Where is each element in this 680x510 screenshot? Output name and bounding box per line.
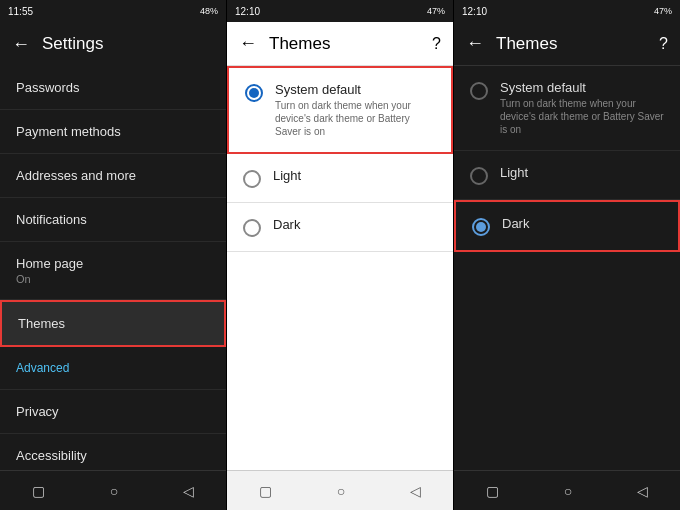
mid-status-bar: 12:10 47% — [227, 0, 453, 22]
right-theme-name-system: System default — [500, 80, 664, 95]
mid-theme-dark[interactable]: Dark — [227, 203, 453, 252]
mid-theme-text-dark: Dark — [273, 217, 300, 232]
settings-list: Passwords Payment methods Addresses and … — [0, 66, 226, 470]
mid-radio-light — [243, 170, 261, 188]
mid-theme-system-default[interactable]: System default Turn on dark theme when y… — [227, 66, 453, 154]
mid-top-bar: ← Themes ? — [227, 22, 453, 66]
nav-triangle[interactable]: ◁ — [175, 475, 202, 507]
item-label: Themes — [18, 316, 208, 331]
mid-nav-bar: ▢ ○ ◁ — [227, 470, 453, 510]
nav-circle[interactable]: ○ — [102, 475, 126, 507]
left-top-bar: ← Settings — [0, 22, 226, 66]
item-label: Home page — [16, 256, 210, 271]
mid-help-icon[interactable]: ? — [432, 35, 441, 53]
right-theme-desc-system: Turn on dark theme when your device's da… — [500, 97, 664, 136]
right-theme-name-light: Light — [500, 165, 528, 180]
mid-title: Themes — [269, 34, 432, 54]
left-panel: 11:55 48% ← Settings Passwords Payment m… — [0, 0, 226, 510]
right-help-icon[interactable]: ? — [659, 35, 668, 53]
list-item-notifications[interactable]: Notifications — [0, 198, 226, 242]
right-radio-dark — [472, 218, 490, 236]
mid-theme-name-dark: Dark — [273, 217, 300, 232]
mid-nav-square[interactable]: ▢ — [251, 475, 280, 507]
nav-square[interactable]: ▢ — [24, 475, 53, 507]
mid-radio-dark — [243, 219, 261, 237]
right-themes-list: System default Turn on dark theme when y… — [454, 66, 680, 470]
mid-radio-inner-system — [249, 88, 259, 98]
right-panel: 12:10 47% ← Themes ? System default Turn… — [453, 0, 680, 510]
right-battery: 47% — [654, 6, 672, 16]
right-nav-circle[interactable]: ○ — [556, 475, 580, 507]
list-item-payment[interactable]: Payment methods — [0, 110, 226, 154]
right-top-bar: ← Themes ? — [454, 22, 680, 66]
item-sub: On — [16, 273, 210, 285]
item-label: Accessibility — [16, 448, 210, 463]
mid-panel: 12:10 47% ← Themes ? System default Turn… — [226, 0, 453, 510]
mid-theme-light[interactable]: Light — [227, 154, 453, 203]
right-theme-text-light: Light — [500, 165, 528, 180]
right-status-bar: 12:10 47% — [454, 0, 680, 22]
right-radio-system — [470, 82, 488, 100]
mid-nav-triangle[interactable]: ◁ — [402, 475, 429, 507]
list-item-passwords[interactable]: Passwords — [0, 66, 226, 110]
list-item-themes[interactable]: Themes — [0, 300, 226, 347]
left-time: 11:55 — [8, 6, 33, 17]
mid-theme-name-light: Light — [273, 168, 301, 183]
mid-theme-name-system: System default — [275, 82, 435, 97]
right-theme-name-dark: Dark — [502, 216, 529, 231]
right-title: Themes — [496, 34, 659, 54]
item-label: Addresses and more — [16, 168, 210, 183]
item-label: Payment methods — [16, 124, 210, 139]
mid-theme-desc-system: Turn on dark theme when your device's da… — [275, 99, 435, 138]
left-status-bar: 11:55 48% — [0, 0, 226, 22]
right-theme-system-default[interactable]: System default Turn on dark theme when y… — [454, 66, 680, 151]
list-item-advanced[interactable]: Advanced — [0, 347, 226, 390]
right-theme-light[interactable]: Light — [454, 151, 680, 200]
list-item-accessibility[interactable]: Accessibility — [0, 434, 226, 470]
list-item-privacy[interactable]: Privacy — [0, 390, 226, 434]
mid-battery: 47% — [427, 6, 445, 16]
right-theme-dark[interactable]: Dark — [454, 200, 680, 252]
left-battery: 48% — [200, 6, 218, 16]
mid-time: 12:10 — [235, 6, 260, 17]
item-label: Advanced — [16, 361, 210, 375]
left-back-icon[interactable]: ← — [12, 34, 30, 55]
left-status-icons: 48% — [200, 6, 218, 16]
mid-themes-list: System default Turn on dark theme when y… — [227, 66, 453, 470]
list-item-homepage[interactable]: Home page On — [0, 242, 226, 300]
right-time: 12:10 — [462, 6, 487, 17]
mid-back-icon[interactable]: ← — [239, 33, 257, 54]
item-label: Privacy — [16, 404, 210, 419]
item-label: Passwords — [16, 80, 210, 95]
mid-theme-text-light: Light — [273, 168, 301, 183]
right-back-icon[interactable]: ← — [466, 33, 484, 54]
mid-radio-system — [245, 84, 263, 102]
right-radio-inner-dark — [476, 222, 486, 232]
right-nav-triangle[interactable]: ◁ — [629, 475, 656, 507]
right-nav-bar: ▢ ○ ◁ — [454, 470, 680, 510]
left-nav-bar: ▢ ○ ◁ — [0, 470, 226, 510]
mid-status-icons: 47% — [427, 6, 445, 16]
right-nav-square[interactable]: ▢ — [478, 475, 507, 507]
right-theme-text-system: System default Turn on dark theme when y… — [500, 80, 664, 136]
right-radio-light — [470, 167, 488, 185]
mid-nav-circle[interactable]: ○ — [329, 475, 353, 507]
item-label: Notifications — [16, 212, 210, 227]
right-status-icons: 47% — [654, 6, 672, 16]
left-title: Settings — [42, 34, 214, 54]
right-theme-text-dark: Dark — [502, 216, 529, 231]
mid-theme-text-system: System default Turn on dark theme when y… — [275, 82, 435, 138]
list-item-addresses[interactable]: Addresses and more — [0, 154, 226, 198]
